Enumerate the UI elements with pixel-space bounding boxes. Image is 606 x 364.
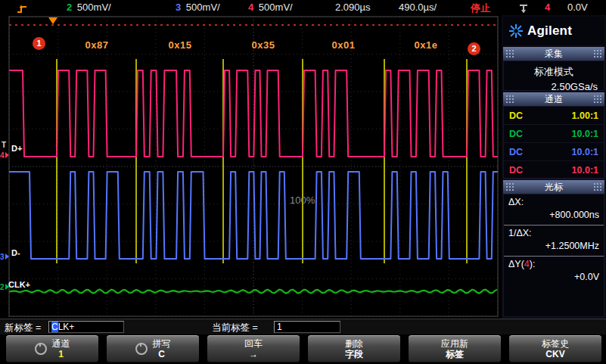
channel-4-readout: 4 500mV/ — [248, 2, 293, 13]
new-label-rest: LK+ — [58, 322, 75, 332]
channel-4-marker-number: 4 — [0, 151, 5, 160]
inverse-delta-x-readout: 1/ΔX: +1.2500MHz — [504, 226, 604, 257]
delta-x-label: ΔX: — [508, 197, 599, 210]
delta-x-readout: ΔX: +800.000ns — [504, 194, 604, 226]
current-label-field[interactable]: 1 — [274, 321, 340, 333]
channel-2-number: 2 — [67, 2, 72, 13]
softkey-value: 1 — [58, 349, 64, 359]
softkey-enter[interactable]: 回车→ — [207, 335, 300, 362]
softkey-value: CKV — [545, 349, 564, 359]
cursors-info: ΔX: +800.000ns 1/ΔX: +1.2500MHz ΔY(4): +… — [503, 194, 604, 317]
inverse-delta-x-label: 1/ΔX: — [508, 228, 599, 241]
softkey-delete-field[interactable]: 删除字段 — [308, 335, 400, 362]
bus-decode-byte-4: 0x01 — [313, 39, 374, 51]
probe-ratio: 10.0:1 — [572, 129, 598, 139]
channel-4-number: 4 — [248, 2, 253, 13]
channel-4-scale: 500mV/ — [259, 2, 293, 13]
new-label-field[interactable]: CLK+ — [48, 321, 124, 333]
delta-y-label: ΔY(4): — [508, 259, 599, 272]
grip-texture-icon — [593, 95, 602, 104]
trace-label-dminus: D- — [11, 248, 20, 257]
channel-3-scale: 500mV/ — [186, 2, 220, 13]
channel-row-3: DC 10.0:1 — [504, 143, 604, 161]
softkey-label-history[interactable]: 标签史CKV — [509, 335, 601, 362]
run-state: 停止 — [471, 2, 490, 15]
trigger-level-marker: T — [2, 141, 6, 149]
coupling-label: DC — [509, 110, 523, 121]
channel-3-ground-marker: 3 — [0, 253, 9, 260]
probe-ratio: 1.00:1 — [572, 110, 598, 121]
acquisition-title: 采集 — [545, 48, 563, 59]
softkey-menu: 通道1 拼写C 回车→ 删除字段 应用新标签 标签史CKV — [0, 334, 606, 364]
bus-decode-byte-1: 0x87 — [67, 39, 127, 51]
channels-info: DC 1.00:1 DC 10.0:1 DC 10.0:1 DC 10.0:1 — [503, 106, 604, 179]
channel-2-ground-marker: 2 — [0, 283, 9, 291]
info-panel: Agilent 采集 标准模式 2.50GSa/s 通道 DC 1.00:1 D… — [502, 15, 606, 319]
channel-2-marker-number: 2 — [0, 283, 5, 291]
channel-row-2: DC 10.0:1 — [504, 125, 604, 143]
new-label-caption: 新标签 = — [5, 322, 41, 334]
cursors-header: 光标 — [503, 180, 604, 194]
inverse-delta-x-value: +1.2500MHz — [508, 241, 599, 254]
probe-ratio: 10.0:1 — [572, 165, 598, 176]
overlay-percentage: 100% — [290, 194, 315, 206]
channel-4-ground-marker: 4 — [0, 151, 9, 159]
knob-icon — [135, 343, 148, 355]
softkey-label: 应用新 — [441, 338, 468, 349]
softkey-label: 删除 — [345, 338, 363, 349]
coupling-label: DC — [509, 147, 523, 157]
softkey-spell[interactable]: 拼写C — [107, 335, 199, 362]
bus-decode-byte-3: 0x35 — [233, 39, 294, 51]
delta-y-channel: 4 — [524, 259, 530, 269]
coupling-label: DC — [509, 165, 523, 176]
agilent-spark-icon — [509, 24, 523, 38]
acquisition-mode: 标准模式 — [504, 61, 604, 79]
softkey-label-2: 标签 — [446, 349, 464, 359]
oscilloscope-screen: 2 500mV/ 3 500mV/ 4 500mV/ 2.090µs 490.0… — [0, 0, 606, 364]
channel-2-scale: 500mV/ — [77, 2, 111, 13]
softkey-apply-new-label[interactable]: 应用新标签 — [409, 335, 501, 362]
softkey-label: 标签史 — [542, 338, 569, 349]
grip-texture-icon — [593, 49, 602, 58]
waveform-display: 0x87 0x15 0x35 0x01 0x1e 1 2 D+ D- CLK+ … — [0, 15, 502, 318]
waveform-plot — [0, 15, 502, 318]
grip-texture-icon — [505, 49, 514, 58]
marker-arrow-icon — [5, 254, 9, 260]
marker-arrow-icon — [5, 152, 9, 158]
sample-rate: 2.50GSa/s — [504, 79, 604, 92]
acquisition-header: 采集 — [503, 47, 604, 61]
bus-decode-byte-2: 0x15 — [150, 39, 210, 51]
channel-2-readout: 2 500mV/ — [67, 2, 111, 13]
delta-y-suffix: ): — [530, 259, 536, 269]
acquisition-info: 标准模式 2.50GSa/s — [503, 61, 604, 91]
edit-cursor-char: C — [51, 322, 58, 332]
softkey-channel[interactable]: 通道1 — [6, 335, 98, 362]
softkey-label: 通道 — [52, 338, 70, 349]
grip-texture-icon — [505, 95, 514, 104]
channels-title: 通道 — [545, 94, 563, 104]
softkey-label: 回车 — [244, 338, 263, 349]
delta-y-readout: ΔY(4): +0.0V — [504, 257, 604, 287]
trigger-level: 0.0V — [567, 2, 588, 13]
channel-3-number: 3 — [176, 2, 181, 13]
cursor-marker-1[interactable]: 1 — [33, 37, 45, 50]
channel-3-readout: 3 500mV/ — [176, 2, 220, 13]
trace-label-clk: CLK+ — [8, 280, 30, 289]
bus-decode-byte-5: 0x1e — [396, 39, 456, 51]
delta-y-value: +0.0V — [508, 272, 599, 285]
knob-icon — [35, 343, 47, 355]
enter-arrow-icon: → — [249, 349, 258, 359]
delta-y-prefix: ΔY( — [508, 259, 524, 269]
current-label-caption: 当前标签 = — [212, 322, 258, 334]
grip-texture-icon — [505, 182, 514, 191]
trigger-source: 4 — [545, 2, 550, 13]
label-edit-bar: 新标签 = CLK+ 当前标签 = 1 — [0, 319, 606, 334]
probe-ratio: 10.0:1 — [572, 147, 598, 157]
softkey-value: C — [158, 349, 165, 359]
cursor-marker-2[interactable]: 2 — [468, 42, 480, 55]
channel-row-1: DC 1.00:1 — [504, 107, 604, 125]
status-bar: 2 500mV/ 3 500mV/ 4 500mV/ 2.090µs 490.0… — [0, 0, 606, 15]
softkey-label: 拼写 — [153, 338, 171, 349]
brand-logo: Agilent — [503, 17, 604, 45]
softkey-label-2: 字段 — [345, 349, 363, 359]
